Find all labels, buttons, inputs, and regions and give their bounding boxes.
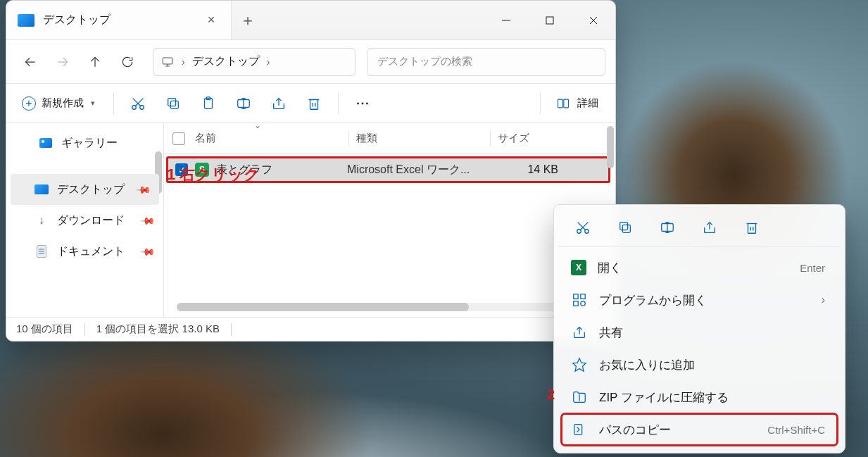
new-button[interactable]: + 新規作成 ▾ bbox=[16, 89, 105, 118]
file-pane: ⌄ 名前 種類 サイズ ✓ S 表とグラフ Microsoft Excel ワー… bbox=[164, 123, 615, 317]
cut-button[interactable] bbox=[122, 89, 153, 118]
navbar: › デスクトップ › デスクトップの検索 bbox=[6, 40, 615, 84]
pin-icon: 📌 bbox=[135, 181, 151, 197]
svg-rect-50 bbox=[574, 425, 582, 435]
svg-rect-28 bbox=[558, 99, 563, 108]
menu-item-accel: Enter bbox=[800, 262, 825, 274]
more-button[interactable] bbox=[347, 89, 378, 118]
sidebar-item-label: ギャラリー bbox=[61, 136, 118, 151]
plus-icon: + bbox=[22, 96, 36, 111]
file-vscrollbar[interactable] bbox=[607, 126, 614, 168]
sidebar-item-documents[interactable]: ドキュメント 📌 bbox=[6, 236, 163, 267]
share-button[interactable] bbox=[696, 214, 723, 241]
svg-rect-35 bbox=[620, 222, 628, 230]
chevron-right-icon: › bbox=[822, 294, 825, 306]
menu-item-accel: Ctrl+Shift+C bbox=[767, 424, 825, 436]
svg-rect-29 bbox=[564, 99, 569, 108]
separator bbox=[113, 93, 114, 114]
sidebar-item-downloads[interactable]: ↓ ダウンロード 📌 bbox=[6, 205, 163, 236]
context-menu: X 開く Enter プログラムから開く › 共有 お気に入りに追加 2 ZIP… bbox=[553, 204, 845, 453]
share-button[interactable] bbox=[263, 89, 294, 118]
menu-item-zip[interactable]: 2 ZIP ファイルに圧縮する bbox=[561, 381, 838, 413]
pin-icon: 📌 bbox=[139, 243, 156, 259]
status-item-count: 10 個の項目 bbox=[16, 323, 73, 336]
desktop-icon bbox=[34, 182, 49, 196]
download-icon: ↓ bbox=[34, 213, 49, 227]
tab-title: デスクトップ bbox=[43, 13, 197, 27]
column-header-size[interactable]: サイズ bbox=[498, 132, 568, 145]
pin-icon: 📌 bbox=[139, 212, 156, 228]
file-hscrollbar[interactable] bbox=[177, 303, 594, 311]
sidebar: ギャラリー デスクトップ 📌 ↓ ダウンロード 📌 ドキュメント 📌 bbox=[6, 123, 164, 317]
new-tab-button[interactable]: ＋ bbox=[232, 1, 264, 39]
delete-button[interactable] bbox=[298, 89, 329, 118]
close-window-button[interactable] bbox=[572, 1, 615, 39]
menu-item-label: プログラムから開く bbox=[599, 292, 810, 308]
svg-rect-45 bbox=[574, 301, 578, 306]
breadcrumb-segment[interactable]: デスクトップ bbox=[192, 54, 260, 69]
search-input[interactable]: デスクトップの検索 bbox=[367, 48, 605, 76]
sidebar-item-label: デスクトップ bbox=[57, 182, 125, 197]
forward-button[interactable] bbox=[49, 48, 77, 76]
paste-button[interactable] bbox=[193, 89, 224, 118]
column-header-type[interactable]: 種類 bbox=[356, 132, 490, 145]
svg-rect-44 bbox=[581, 294, 585, 299]
menu-item-copy-path[interactable]: パスのコピー Ctrl+Shift+C bbox=[561, 413, 838, 446]
status-selection: 1 個の項目を選択 13.0 KB bbox=[96, 323, 220, 336]
select-all-checkbox[interactable] bbox=[172, 132, 185, 145]
svg-rect-1 bbox=[546, 17, 553, 24]
document-icon bbox=[34, 244, 49, 258]
menu-item-open-with[interactable]: プログラムから開く › bbox=[561, 284, 838, 316]
file-explorer-window: デスクトップ × ＋ bbox=[6, 0, 616, 342]
svg-marker-48 bbox=[573, 358, 586, 371]
svg-point-27 bbox=[366, 102, 368, 104]
share-icon bbox=[571, 324, 588, 341]
scroll-thumb[interactable] bbox=[177, 303, 469, 311]
separator bbox=[540, 93, 541, 114]
menu-item-label: ZIP ファイルに圧縮する bbox=[599, 389, 825, 406]
cut-button[interactable] bbox=[570, 214, 596, 241]
menu-item-label: 共有 bbox=[599, 325, 825, 341]
svg-rect-7 bbox=[163, 58, 172, 64]
excel-icon: X bbox=[571, 260, 586, 275]
breadcrumb[interactable]: › デスクトップ › bbox=[153, 48, 356, 76]
chevron-right-icon[interactable]: › bbox=[263, 56, 275, 68]
file-size: 14 KB bbox=[495, 163, 558, 176]
refresh-button[interactable] bbox=[113, 48, 141, 76]
details-view-button[interactable]: 詳細 bbox=[549, 96, 605, 111]
svg-point-11 bbox=[140, 105, 144, 109]
menu-item-share[interactable]: 共有 bbox=[561, 316, 838, 349]
star-icon bbox=[571, 356, 588, 373]
svg-point-46 bbox=[581, 301, 585, 306]
svg-point-10 bbox=[132, 105, 137, 109]
status-bar: 10 個の項目 1 個の項目を選択 13.0 KB bbox=[6, 317, 615, 341]
up-button[interactable] bbox=[81, 48, 109, 76]
svg-rect-34 bbox=[622, 225, 630, 232]
main-area: ギャラリー デスクトップ 📌 ↓ ダウンロード 📌 ドキュメント 📌 bbox=[6, 123, 615, 317]
rename-button[interactable] bbox=[654, 214, 681, 241]
maximize-button[interactable] bbox=[528, 1, 572, 39]
menu-item-favorite[interactable]: お気に入りに追加 bbox=[561, 349, 838, 381]
column-header-name[interactable]: ⌄ 名前 bbox=[195, 132, 348, 145]
details-label: 詳細 bbox=[577, 96, 598, 110]
sort-indicator-icon: ⌄ bbox=[254, 120, 261, 130]
sidebar-item-label: ドキュメント bbox=[57, 244, 125, 259]
sidebar-item-desktop[interactable]: デスクトップ 📌 bbox=[11, 174, 159, 205]
annotation-2: 2 bbox=[547, 387, 555, 403]
menu-item-open[interactable]: X 開く Enter bbox=[561, 251, 838, 284]
desktop-icon bbox=[18, 14, 34, 27]
rename-button[interactable] bbox=[228, 89, 259, 118]
file-type: Microsoft Excel ワーク... bbox=[347, 163, 495, 177]
copy-button[interactable] bbox=[158, 89, 189, 118]
sidebar-item-gallery[interactable]: ギャラリー bbox=[6, 127, 163, 158]
chevron-down-icon: ▾ bbox=[91, 99, 95, 108]
copy-path-icon bbox=[571, 421, 588, 438]
back-button[interactable] bbox=[16, 48, 44, 76]
delete-button[interactable] bbox=[738, 214, 765, 241]
minimize-button[interactable] bbox=[484, 1, 528, 39]
annotation-1: 1 右クリック bbox=[167, 164, 260, 185]
close-tab-icon[interactable]: × bbox=[206, 15, 217, 26]
svg-point-25 bbox=[357, 102, 359, 104]
copy-button[interactable] bbox=[612, 214, 639, 241]
tab-desktop[interactable]: デスクトップ × bbox=[6, 1, 232, 39]
